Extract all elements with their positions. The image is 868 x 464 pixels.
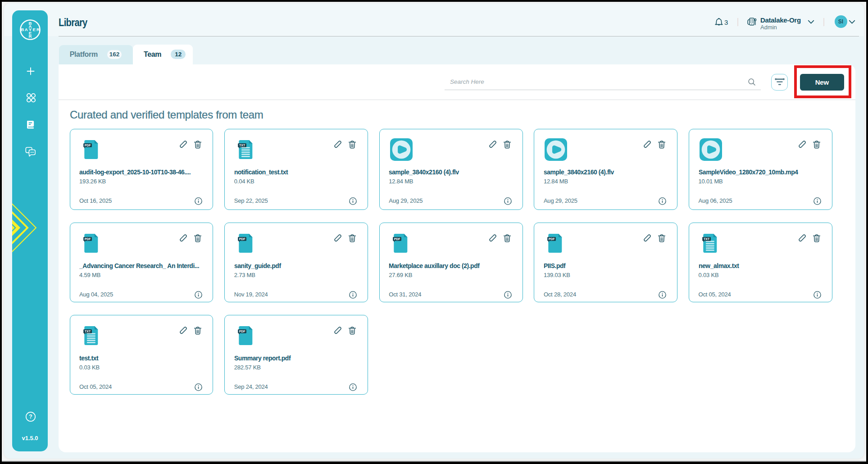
svg-text:PDF: PDF: [84, 237, 91, 240]
svg-text:R: R: [36, 27, 39, 32]
svg-text:E: E: [32, 27, 36, 32]
svg-text:R: R: [28, 33, 32, 38]
svg-text:PDF: PDF: [549, 237, 555, 240]
svg-text:?: ?: [29, 414, 32, 420]
svg-text:PDF: PDF: [239, 329, 245, 332]
svg-text:TXT: TXT: [239, 143, 245, 146]
svg-text:A: A: [28, 24, 32, 29]
svg-text:TXT: TXT: [704, 237, 710, 240]
svg-text:PDF: PDF: [239, 237, 245, 240]
svg-text:TXT: TXT: [85, 329, 91, 332]
svg-text:B: B: [21, 27, 24, 32]
svg-text:PDF: PDF: [84, 143, 91, 146]
svg-text:PDF: PDF: [394, 237, 400, 240]
svg-text:A: A: [24, 27, 27, 32]
